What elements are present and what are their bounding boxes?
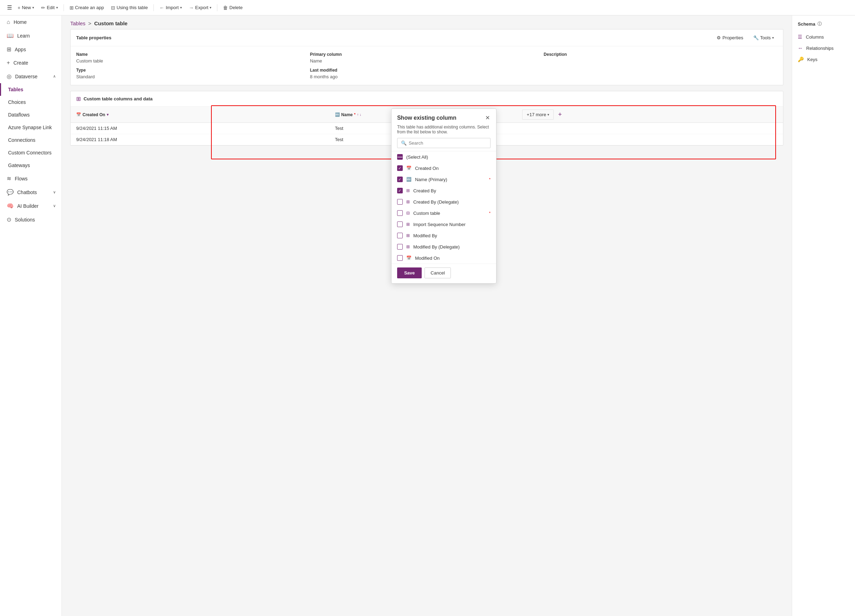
sidebar-item-dataverse[interactable]: ◎ Dataverse ∧ (0, 69, 61, 83)
col-created-on[interactable]: 📅 Created On ▾ (70, 107, 329, 123)
sidebar-item-custom-connectors[interactable]: Custom Connectors (0, 146, 61, 159)
search-icon: 🔍 (401, 141, 407, 146)
edit-icon: ✏ (41, 5, 45, 11)
add-column-button[interactable]: + (555, 110, 565, 120)
delete-icon: 🗑 (223, 5, 228, 11)
custom-table-item-icon: ⊟ (406, 211, 410, 216)
cell-extra-2 (516, 134, 783, 145)
import-sequence-item-icon: ⊞ (406, 222, 410, 227)
export-button[interactable]: → Export ▾ (186, 3, 215, 12)
more-columns-button[interactable]: +17 more ▾ (522, 110, 554, 120)
table-properties-title: Table properties (76, 35, 111, 40)
list-item-custom-table[interactable]: ⊟ Custom table * (392, 208, 496, 219)
card-actions: ⚙ Properties 🔧 Tools ▾ (713, 34, 777, 42)
sidebar-item-connections[interactable]: Connections (0, 134, 61, 146)
card-header: Table properties ⚙ Properties 🔧 Tools ▾ (70, 29, 783, 46)
data-table-icon: ⊞ (76, 95, 81, 102)
show-existing-column-popup: Show existing column ✕ This table has ad… (391, 109, 496, 284)
list-item-name-primary[interactable]: ✓ 🔤 Name (Primary) * (392, 174, 496, 185)
prop-primary-column: Primary column Name (310, 52, 544, 64)
tools-caret: ▾ (772, 36, 774, 40)
name-primary-item-icon: 🔤 (406, 177, 412, 182)
sidebar-item-apps[interactable]: ⊞ Apps (0, 43, 61, 56)
sidebar-item-choices[interactable]: Choices (0, 96, 61, 109)
edit-button[interactable]: ✏ Edit ▾ (38, 3, 60, 12)
breadcrumb-parent[interactable]: Tables (70, 20, 85, 26)
import-caret: ▾ (180, 6, 182, 9)
checkbox-select-all: — (397, 154, 403, 160)
popup-title: Show existing column (397, 115, 457, 121)
sep1 (64, 4, 64, 11)
modified-by-item-icon: ⊞ (406, 233, 410, 238)
name-sort: ↑ ↓ (357, 113, 361, 116)
popup-close-button[interactable]: ✕ (484, 114, 490, 122)
sidebar-item-gateways[interactable]: Gateways (0, 159, 61, 172)
list-item-created-by[interactable]: ✓ ⊞ Created By (392, 185, 496, 196)
tools-button[interactable]: 🔧 Tools ▾ (750, 34, 777, 42)
sidebar-item-azure-synapse[interactable]: Azure Synapse Link (0, 121, 61, 134)
new-caret: ▾ (32, 6, 34, 9)
list-item-modified-by[interactable]: ⊞ Modified By (392, 230, 496, 241)
name-primary-required: * (489, 177, 490, 182)
popup-save-button[interactable]: Save (397, 267, 422, 278)
created-on-col-icon: 📅 (76, 112, 81, 117)
delete-button[interactable]: 🗑 Delete (220, 3, 245, 12)
list-item-select-all[interactable]: — (Select All) (392, 151, 496, 162)
sidebar-item-learn[interactable]: 📖 Learn (0, 29, 61, 43)
properties-button[interactable]: ⚙ Properties (713, 34, 746, 42)
schema-item-keys[interactable]: 🔑 Keys (792, 54, 855, 65)
prop-type: Type Standard (76, 68, 310, 79)
list-item-modified-on[interactable]: 📅 Modified On (392, 252, 496, 264)
content-area: Tables > Custom table Table properties ⚙… (62, 15, 792, 616)
list-item-created-on[interactable]: ✓ 📅 Created On (392, 162, 496, 174)
flows-icon: ≋ (7, 175, 11, 182)
sidebar-item-create[interactable]: + Create (0, 56, 61, 69)
create-icon: + (7, 60, 10, 66)
name-required-star: * (354, 113, 356, 116)
sidebar-item-ai-builder[interactable]: 🧠 AI Builder ∨ (0, 199, 61, 213)
schema-item-columns[interactable]: ☰ Columns (792, 31, 855, 43)
sidebar-item-tables[interactable]: Tables (0, 83, 61, 96)
prop-description: Description (544, 52, 777, 64)
breadcrumb-separator: > (88, 20, 91, 26)
checkbox-name-primary: ✓ (397, 177, 403, 182)
search-input[interactable] (409, 141, 487, 146)
list-item-created-by-delegate[interactable]: ⊞ Created By (Delegate) (392, 196, 496, 208)
popup-description: This table has additional existing colum… (392, 125, 496, 138)
cell-created-on-1: 9/24/2021 11:15 AM (70, 123, 329, 134)
popup-cancel-button[interactable]: Cancel (424, 267, 450, 278)
schema-title: Schema ⓘ (792, 21, 855, 31)
breadcrumb: Tables > Custom table (62, 15, 792, 29)
custom-table-required: * (489, 211, 490, 215)
solutions-icon: ⊙ (7, 216, 11, 223)
list-item-import-sequence[interactable]: ⊞ Import Sequence Number (392, 219, 496, 230)
home-icon: ⌂ (7, 19, 10, 25)
list-item-modified-by-delegate[interactable]: ⊞ Modified By (Delegate) (392, 241, 496, 252)
col-more: +17 more ▾ + (516, 107, 783, 123)
checkbox-created-by-delegate (397, 199, 403, 205)
checkbox-created-by: ✓ (397, 188, 403, 193)
chatbots-chevron: ∨ (53, 190, 56, 194)
created-by-item-icon: ⊞ (406, 188, 410, 193)
sidebar-item-dataflows[interactable]: Dataflows (0, 109, 61, 121)
popup-footer: Save Cancel (392, 264, 496, 283)
using-this-table-button[interactable]: ⊟ Using this table (108, 3, 151, 12)
sidebar-item-solutions[interactable]: ⊙ Solutions (0, 213, 61, 226)
learn-icon: 📖 (7, 32, 14, 39)
hamburger-menu[interactable]: ☰ (6, 3, 13, 12)
sidebar-item-chatbots[interactable]: 💬 Chatbots ∨ (0, 185, 61, 199)
popup-search-container: 🔍 (397, 138, 490, 148)
cell-created-on-2: 9/24/2021 11:18 AM (70, 134, 329, 145)
sep2 (153, 4, 154, 11)
new-button[interactable]: + New ▾ (15, 3, 37, 12)
schema-info-icon[interactable]: ⓘ (817, 21, 822, 27)
schema-item-relationships[interactable]: ↔ Relationships (792, 43, 855, 54)
sidebar-item-flows[interactable]: ≋ Flows (0, 172, 61, 185)
create-app-button[interactable]: ⊞ Create an app (67, 3, 107, 12)
prop-name: Name Custom table (76, 52, 310, 64)
create-app-icon: ⊞ (69, 5, 74, 11)
created-on-sort: ▾ (107, 113, 109, 116)
import-button[interactable]: ← Import ▾ (156, 3, 185, 12)
checkbox-modified-by-delegate (397, 244, 403, 249)
sidebar-item-home[interactable]: ⌂ Home (0, 15, 61, 29)
